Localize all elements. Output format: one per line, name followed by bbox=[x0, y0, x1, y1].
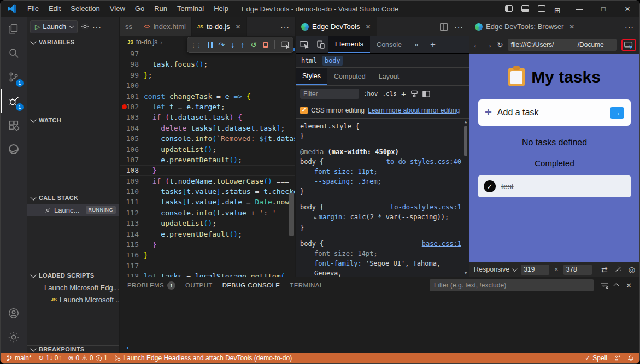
panel-tab-terminal[interactable]: TERMINAL bbox=[290, 277, 323, 293]
panel-tab-output[interactable]: OUTPUT bbox=[185, 277, 213, 293]
color-format-icon[interactable] bbox=[410, 90, 418, 97]
notifications-bell-icon[interactable] bbox=[627, 355, 634, 362]
styles-tab-layout[interactable]: Layout bbox=[372, 68, 406, 85]
menu-edit[interactable]: Edit bbox=[44, 1, 66, 17]
line-number[interactable]: 109 bbox=[120, 176, 144, 186]
code-line[interactable]: 114 e.preventDefault(); bbox=[120, 229, 295, 239]
css-declaration[interactable]: font-size: 11pt; bbox=[300, 167, 461, 177]
add-task-placeholder[interactable]: Add a task bbox=[497, 108, 604, 118]
code-line[interactable]: 99}; bbox=[120, 70, 295, 80]
step-into-icon[interactable]: ↓ bbox=[231, 41, 234, 49]
code-line[interactable]: 109 if (t.nodeName.toLowerCase() === 'in… bbox=[120, 176, 295, 186]
toggle-sidebar-icon[interactable] bbox=[505, 5, 513, 12]
code-line[interactable]: 110 tasks[t.value].status = t.checked bbox=[120, 186, 295, 197]
stop-icon[interactable] bbox=[263, 42, 268, 48]
breakpoints-section-header[interactable]: BREAKPOINTS bbox=[27, 346, 119, 353]
more-tabs-icon[interactable]: » bbox=[408, 36, 425, 53]
completed-task-row[interactable]: ✓ test bbox=[478, 175, 631, 197]
line-number[interactable]: 105 bbox=[120, 133, 144, 144]
devtools-tab-console[interactable]: Console bbox=[370, 36, 408, 53]
mirror-learn-more-link[interactable]: Learn more about mirror editing bbox=[368, 107, 460, 114]
search-icon[interactable] bbox=[1, 41, 27, 65]
edge-tools-icon[interactable] bbox=[1, 137, 27, 161]
loaded-script-item[interactable]: Launch Microsoft Edg... bbox=[27, 281, 119, 293]
variables-section-header[interactable]: VARIABLES bbox=[27, 36, 119, 48]
maximize-panel-icon[interactable] bbox=[613, 283, 619, 289]
launch-config-dropdown[interactable]: ▷ Launch bbox=[30, 20, 78, 33]
css-rule[interactable]: @media (max-width: 450px)to-do-styles.cs… bbox=[296, 144, 469, 199]
target-icon[interactable]: ◎ bbox=[629, 265, 635, 274]
code-line[interactable]: 107 e.preventDefault(); bbox=[120, 155, 295, 165]
expand-arrow-icon[interactable]: ▶ bbox=[314, 215, 317, 220]
menu-go[interactable]: Go bbox=[130, 1, 149, 17]
code-line[interactable]: 103 if (t.dataset.task) { bbox=[120, 112, 295, 122]
toggle-panel-icon[interactable] bbox=[521, 5, 529, 12]
code-line[interactable]: 113 updateList(); bbox=[120, 218, 295, 228]
tab-to-do-js[interactable]: JSto-do.js✕ bbox=[192, 17, 247, 36]
close-icon[interactable]: ✕ bbox=[569, 23, 574, 31]
devtools-tab-elements[interactable]: Elements bbox=[328, 36, 370, 53]
stylesheet-link[interactable]: to-do-styles.css:40 bbox=[386, 157, 461, 167]
call-stack-session-row[interactable]: Launc... RUNNING bbox=[27, 204, 119, 216]
line-number[interactable]: 101 bbox=[120, 91, 144, 102]
inspect-element-icon[interactable] bbox=[296, 36, 312, 53]
split-editor-icon[interactable] bbox=[440, 23, 448, 31]
css-declaration[interactable]: --spacing: .3rem; bbox=[300, 177, 461, 186]
url-bar[interactable]: file:///C:/Users/ /Docume bbox=[508, 39, 617, 51]
line-number[interactable]: 117 bbox=[120, 261, 144, 271]
panel-tab-problems[interactable]: PROBLEMS1 bbox=[127, 277, 175, 293]
reload-icon[interactable]: ↻ bbox=[497, 40, 503, 49]
code-line[interactable]: 102 let t = e.target; bbox=[120, 102, 295, 112]
add-tab-icon[interactable]: + bbox=[425, 36, 441, 53]
styles-tab-styles[interactable]: Styles bbox=[296, 68, 327, 85]
loaded-scripts-section-header[interactable]: LOADED SCRIPTS bbox=[27, 269, 119, 281]
styles-pane[interactable]: element.style {}@media (max-width: 450px… bbox=[296, 119, 469, 277]
line-number[interactable]: 107 bbox=[120, 155, 144, 165]
more-actions-icon[interactable]: ··· bbox=[280, 22, 290, 31]
extensions-icon[interactable] bbox=[1, 113, 27, 137]
back-icon[interactable]: ← bbox=[473, 40, 480, 49]
call-stack-section-header[interactable]: CALL STACK bbox=[27, 192, 119, 204]
close-icon[interactable]: ✕ bbox=[365, 23, 371, 31]
code-line[interactable]: 100 bbox=[120, 80, 295, 91]
tab-index-html[interactable]: <>index.html bbox=[138, 17, 192, 36]
breakpoint-icon[interactable] bbox=[122, 104, 127, 109]
code-editor[interactable]: 9798 task.focus();99};100101const change… bbox=[120, 48, 295, 277]
tab-edge-devtools-browser[interactable]: Edge DevTools: Browser ✕ bbox=[469, 17, 580, 36]
filter-icon[interactable] bbox=[600, 282, 608, 289]
line-number[interactable]: 114 bbox=[120, 229, 144, 239]
menu-selection[interactable]: Selection bbox=[66, 1, 104, 17]
repl-prompt-icon[interactable]: › bbox=[126, 343, 128, 351]
class-toggle-button[interactable]: .cls bbox=[383, 90, 397, 97]
css-rule[interactable]: element.style {} bbox=[296, 119, 469, 144]
sync-status[interactable]: ↻1↓ 0↑ bbox=[38, 354, 62, 362]
styles-filter-input[interactable] bbox=[300, 89, 359, 99]
line-number[interactable]: 113 bbox=[120, 218, 144, 228]
computed-sidebar-icon[interactable] bbox=[422, 91, 430, 97]
dom-crumb-html[interactable]: html bbox=[301, 57, 317, 64]
line-number[interactable]: 106 bbox=[120, 144, 144, 155]
scroll-up-icon[interactable]: ▲ bbox=[465, 120, 467, 124]
tab-edge-devtools[interactable]: Edge DevTools ✕ bbox=[296, 17, 377, 36]
pause-icon[interactable] bbox=[208, 42, 213, 48]
menu-help[interactable]: Help bbox=[209, 1, 233, 17]
line-number[interactable]: 99 bbox=[120, 70, 144, 80]
styles-scrollbar[interactable]: ▲ ▼ bbox=[462, 119, 469, 277]
debug-settings-gear-icon[interactable] bbox=[81, 22, 89, 31]
screencast-toolbar-icon[interactable] bbox=[281, 41, 290, 49]
maximize-button[interactable]: □ bbox=[591, 1, 615, 17]
code-line[interactable]: 118let tasks = localStorage.getItem( bbox=[120, 271, 295, 277]
step-out-icon[interactable]: ↑ bbox=[240, 41, 244, 49]
rotate-viewport-icon[interactable]: ⇄ bbox=[601, 265, 608, 274]
customize-layout-icon[interactable] bbox=[554, 5, 563, 12]
close-icon[interactable]: ✕ bbox=[236, 23, 241, 31]
line-number[interactable]: 104 bbox=[120, 123, 144, 133]
debug-console-output[interactable]: › bbox=[120, 293, 639, 353]
line-number[interactable]: 111 bbox=[120, 197, 144, 207]
screencast-inspect-icon-highlighted[interactable] bbox=[621, 39, 636, 51]
explorer-icon[interactable] bbox=[1, 17, 27, 41]
line-number[interactable]: 118 bbox=[120, 271, 144, 277]
more-actions-icon[interactable]: ··· bbox=[625, 22, 634, 31]
stylesheet-link[interactable]: base.css:1 bbox=[422, 239, 461, 249]
menu-terminal[interactable]: Terminal bbox=[172, 1, 209, 17]
